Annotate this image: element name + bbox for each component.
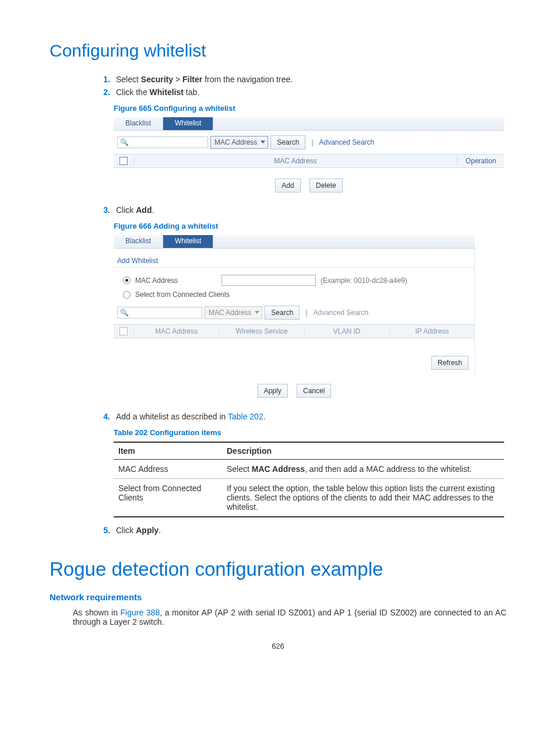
figure-666-caption: Figure 666 Adding a whitelist [114,222,506,230]
col-mac-address: MAC Address [133,327,219,335]
text: . [159,526,161,535]
bold-security: Security [141,75,173,84]
th-description: Description [222,442,504,460]
radio-connected-clients-row: Select from Connected Clients [114,288,474,301]
step-2: 2. Click the Whitelist tab. [90,88,506,97]
tab-whitelist[interactable]: Whitelist [163,235,213,248]
bold-mac-address: MAC Address [252,464,305,474]
apply-button[interactable]: Apply [258,384,288,398]
text: Select [116,75,141,84]
tab-blacklist[interactable]: Blacklist [114,117,163,130]
tab-blacklist[interactable]: Blacklist [114,235,163,248]
tabs: Blacklist Whitelist [114,235,475,249]
xref-table-202[interactable]: Table 202 [228,412,263,421]
text: As shown in [73,608,121,617]
step-1: 1. Select Security > Filter from the nav… [90,75,506,84]
search-icon: 🔍 [120,309,129,317]
search-icon: 🔍 [120,138,129,146]
network-requirements-text: As shown in Figure 388, a monitor AP (AP… [73,608,506,626]
mac-example-hint: (Example: 0010-dc28-a4e9) [321,276,407,285]
table-row: Select from Connected Clients If you sel… [114,479,504,517]
xref-figure-388[interactable]: Figure 388 [121,608,160,617]
th-item: Item [114,442,222,460]
figure-666: Blacklist Whitelist Add Whitelist MAC Ad… [114,235,475,401]
clients-table-header: MAC Address Wireless Service VLAN ID IP … [114,324,474,338]
radio-mac-address-row: MAC Address (Example: 0010-dc28-a4e9) [114,272,474,288]
refresh-button[interactable]: Refresh [431,356,469,370]
col-ip-address: IP Address [389,327,474,335]
cell-description: If you select the option, the table belo… [222,479,504,517]
radio-connected-clients[interactable] [123,291,131,299]
heading-network-requirements: Network requirements [50,592,506,602]
bold-apply: Apply [136,526,159,535]
table-header: MAC Address Operation [114,154,504,168]
bold-whitelist: Whitelist [150,88,184,97]
clients-search-field-select[interactable]: MAC Address [205,306,262,319]
add-whitelist-title: Add Whitelist [114,249,474,268]
step-number: 4. [90,412,110,421]
step-text: Add a whitelist as described in Table 20… [116,412,266,421]
cancel-button[interactable]: Cancel [297,384,331,398]
cell-item: MAC Address [114,460,222,479]
add-button[interactable]: Add [275,178,300,192]
step-number: 5. [90,526,110,535]
advanced-search-link[interactable]: Advanced Search [319,138,375,146]
text: from the navigation tree. [202,75,293,84]
page-number: 626 [50,642,506,650]
step-number: 1. [90,75,110,84]
text: Click [116,526,136,535]
table-header-row: Item Description [114,442,504,460]
search-bar: 🔍 MAC Address Search | Advanced Search [114,131,504,154]
table-202: Item Description MAC Address Select MAC … [114,442,504,517]
mac-address-input[interactable] [221,275,316,286]
clients-advanced-search-link[interactable]: Advanced Search [314,309,369,317]
table-202-caption: Table 202 Configuration items [114,428,506,437]
divider: | [305,309,307,317]
step-4: 4. Add a whitelist as described in Table… [90,412,506,421]
radio-connected-clients-label: Select from Connected Clients [135,290,230,299]
table-row: MAC Address Select MAC Address, and then… [114,460,504,479]
text: Select [227,464,252,474]
heading-rogue-detection: Rogue detection configuration example [50,558,506,580]
step-5: 5. Click Apply. [90,526,506,535]
divider: | [311,138,313,146]
cell-item: Select from Connected Clients [114,479,222,517]
figure-665-caption: Figure 665 Configuring a whitelist [114,104,506,113]
text: . [263,412,266,421]
text: . [152,205,154,215]
step-number: 2. [90,88,110,97]
text: Click the [116,88,150,97]
clients-search-button[interactable]: Search [265,306,300,320]
tab-whitelist[interactable]: Whitelist [163,117,213,130]
clients-search-bar: 🔍 MAC Address Search | Advanced Search [114,301,474,324]
search-button[interactable]: Search [270,135,305,149]
tabs: Blacklist Whitelist [114,117,504,131]
text: , and then add a MAC address to the whit… [305,464,471,474]
text: tab. [184,88,199,97]
figure-665: Blacklist Whitelist 🔍 MAC Address Search… [114,117,504,196]
col-vlan-id: VLAN ID [304,327,389,335]
col-wireless-service: Wireless Service [219,327,304,335]
cell-description: Select MAC Address, and then add a MAC a… [222,460,504,479]
search-field-select[interactable]: MAC Address [210,136,268,149]
delete-button[interactable]: Delete [309,178,343,192]
step-text: Click Apply. [116,526,161,535]
heading-configuring-whitelist: Configuring whitelist [50,41,506,61]
step-text: Click the Whitelist tab. [116,88,199,97]
step-text: Select Security > Filter from the naviga… [116,75,293,84]
bold-filter: Filter [182,75,202,84]
text: Click [116,205,136,215]
col-operation: Operation [458,157,504,165]
clients-search-input[interactable]: 🔍 [117,307,202,318]
text: Add a whitelist as described in [116,412,228,421]
step-3: 3. Click Add. [90,205,506,215]
step-number: 3. [90,205,110,215]
col-mac-address: MAC Address [133,157,458,165]
search-input[interactable]: 🔍 [117,136,208,148]
select-all-checkbox[interactable] [114,327,133,335]
radio-mac-address[interactable] [123,276,131,284]
bold-add: Add [136,205,152,215]
text: > [173,75,182,84]
select-all-checkbox[interactable] [114,157,133,165]
step-text: Click Add. [116,205,154,215]
